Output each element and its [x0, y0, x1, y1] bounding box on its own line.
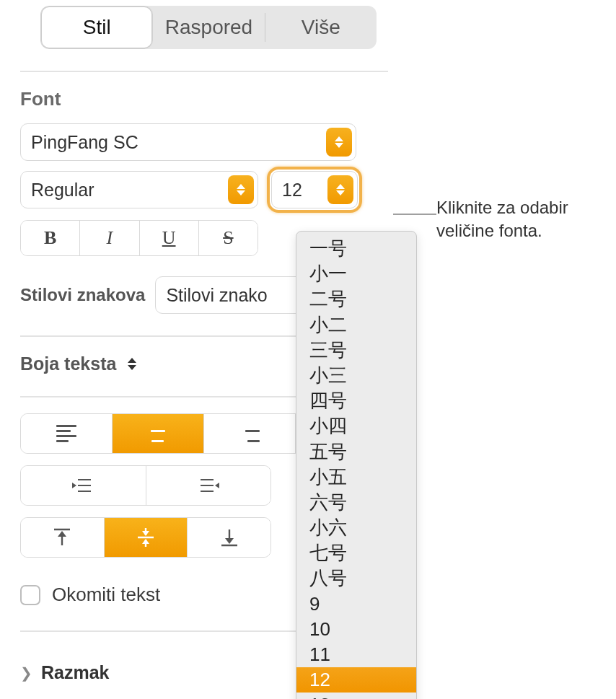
vertical-align-segmented	[20, 517, 271, 558]
font-size-menu-item[interactable]: 小四	[296, 413, 416, 439]
vertical-text-checkbox[interactable]	[20, 585, 40, 605]
font-size-menu-item[interactable]: 小三	[296, 363, 416, 388]
increase-indent-button[interactable]	[146, 466, 271, 505]
section-divider	[20, 71, 388, 72]
font-size-menu-item[interactable]: 五号	[296, 439, 416, 465]
font-weight-value: Regular	[31, 180, 247, 201]
font-size-menu-item[interactable]: 二号	[296, 286, 416, 312]
font-size-menu-item[interactable]: 10	[296, 617, 416, 642]
tab-layout[interactable]: Raspored	[153, 6, 264, 49]
font-size-menu-item[interactable]: 一号	[296, 236, 416, 261]
font-size-menu[interactable]: 一号小一二号小二三号小三四号小四五号小五六号小六七号八号910111213	[296, 231, 417, 699]
font-size-menu-item[interactable]: 12	[296, 667, 416, 693]
font-size-menu-item[interactable]: 小二	[296, 312, 416, 338]
align-left-button[interactable]	[21, 414, 113, 453]
svg-marker-7	[215, 483, 219, 488]
font-size-menu-item[interactable]: 六号	[296, 490, 416, 515]
callout-line2: veličine fonta.	[436, 219, 568, 242]
font-size-menu-item[interactable]: 小六	[296, 515, 416, 540]
callout-leader-line	[393, 214, 436, 215]
tab-more[interactable]: Više	[265, 6, 377, 49]
font-size-dropdown[interactable]: 12	[271, 171, 358, 208]
font-size-menu-item[interactable]: 小五	[296, 465, 416, 490]
indent-segmented	[20, 465, 271, 506]
font-size-menu-item[interactable]: 9	[296, 592, 416, 617]
font-family-value: PingFang SC	[31, 132, 346, 153]
align-right-button[interactable]	[204, 414, 296, 453]
text-style-segmented: B I U S	[20, 220, 258, 256]
italic-button[interactable]: I	[80, 221, 139, 255]
chevron-down-icon	[327, 175, 353, 204]
valign-bottom-button[interactable]	[188, 518, 270, 557]
strikethrough-button[interactable]: S	[199, 221, 258, 255]
vertical-text-label: Okomiti tekst	[52, 584, 160, 606]
stepper-icon	[326, 128, 352, 157]
valign-top-button[interactable]	[21, 518, 105, 557]
underline-button[interactable]: U	[140, 221, 199, 255]
font-size-menu-item[interactable]: 三号	[296, 338, 416, 363]
font-size-menu-item[interactable]: 七号	[296, 540, 416, 566]
bold-button[interactable]: B	[21, 221, 80, 255]
valign-middle-button[interactable]	[105, 518, 188, 557]
stepper-icon	[228, 175, 254, 204]
font-weight-dropdown[interactable]: Regular	[20, 171, 258, 208]
spacing-label: Razmak	[41, 662, 110, 683]
char-styles-label: Stilovi znakova	[20, 285, 145, 305]
chevron-right-icon: ❯	[20, 664, 32, 682]
tab-style[interactable]: Stil	[40, 6, 153, 49]
font-size-menu-item[interactable]: 11	[296, 642, 416, 667]
inspector-tabs: Stil Raspored Više	[40, 6, 377, 49]
font-size-menu-item[interactable]: 小一	[296, 261, 416, 286]
callout-line1: Kliknite za odabir	[436, 196, 568, 219]
font-section-label: Font	[20, 88, 388, 110]
font-size-menu-item[interactable]: 13	[296, 693, 416, 699]
svg-marker-3	[72, 483, 76, 488]
font-size-menu-item[interactable]: 八号	[296, 566, 416, 591]
callout-text: Kliknite za odabir veličine fonta.	[436, 196, 568, 243]
svg-marker-18	[225, 538, 234, 544]
font-family-dropdown[interactable]: PingFang SC	[20, 123, 356, 161]
text-color-label: Boja teksta	[20, 353, 116, 374]
stepper-icon[interactable]	[123, 353, 141, 374]
svg-marker-10	[58, 531, 66, 537]
decrease-indent-button[interactable]	[21, 466, 146, 505]
align-center-button[interactable]	[113, 414, 204, 453]
font-size-menu-item[interactable]: 四号	[296, 388, 416, 413]
